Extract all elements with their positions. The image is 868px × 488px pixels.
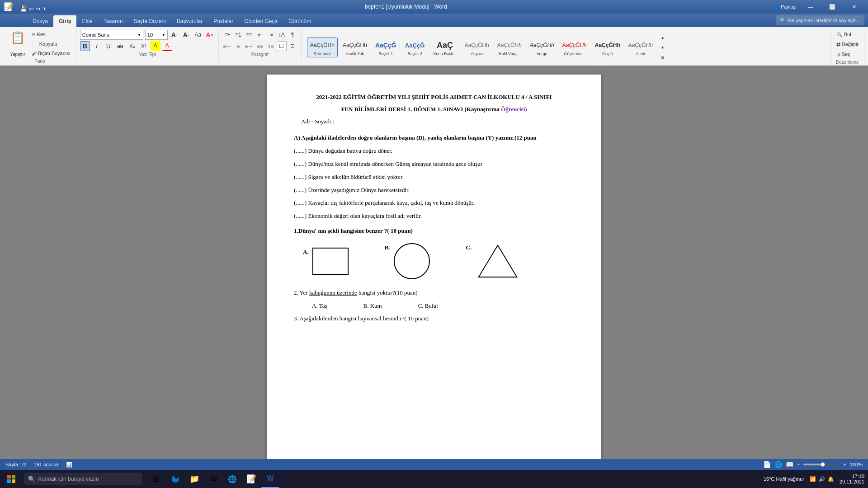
ribbon-tabs: Dosya Giriş Ekle Tasarım Sayfa Düzeni Ba… — [0, 14, 868, 27]
tab-postalar[interactable]: Postalar — [208, 15, 239, 27]
font-group: Comic Sans ▼ 10 ▼ A↑ A↓ Aa A✕ B I U ab X… — [76, 29, 219, 61]
close-button[interactable]: ✕ — [844, 0, 864, 14]
question-3: (......) Sigara ve alkolün öldürücü etki… — [294, 173, 574, 182]
style-baslik1[interactable]: AaÇçĞ Başlık 1 — [372, 38, 400, 57]
save-quick-btn[interactable]: 💾 — [20, 5, 27, 12]
section-a-text: A) Aşağıdaki ifadelerden doğru olanların… — [294, 134, 537, 141]
tab-sayfa-duzeni[interactable]: Sayfa Düzeni — [128, 15, 171, 27]
style-altyazi[interactable]: AaÇçĞHh Altyazı — [462, 38, 492, 57]
shrink-font-button[interactable]: A↓ — [181, 30, 191, 40]
style-guclu-vurgu[interactable]: AaÇçĞHh Güçlü Vur... — [559, 38, 590, 57]
network-icon[interactable]: 📶 — [810, 476, 816, 482]
tab-gorunum[interactable]: Görünüm — [283, 15, 316, 27]
bullets-button[interactable]: ≡• — [222, 30, 232, 40]
shading-button[interactable]: ☐ — [277, 41, 287, 51]
style-alinti[interactable]: AaÇçĞHh Alıntı — [625, 38, 656, 57]
notification-icon[interactable]: 🔔 — [828, 476, 834, 482]
style-hafif-vurgu[interactable]: AaÇçĞHh Hafif Vurg... — [494, 38, 525, 57]
word-count[interactable]: 191 sözcük — [33, 462, 59, 468]
justify-button[interactable]: ≡≡ — [255, 41, 265, 51]
align-center-button[interactable]: ≡ — [233, 41, 243, 51]
format-painter-button[interactable]: 🖌 Biçim Boyacısı — [30, 49, 72, 58]
underline-button[interactable]: U — [104, 41, 113, 51]
style-baslik2[interactable]: AaÇçĞ Başlık 2 — [401, 38, 429, 57]
font-name-selector[interactable]: Comic Sans ▼ — [80, 30, 143, 40]
tab-ekle[interactable]: Ekle — [76, 15, 98, 27]
line-spacing-button[interactable]: ↕≡ — [266, 41, 276, 51]
style-normal-preview: AaÇçĞHh — [310, 39, 335, 52]
chrome-icon[interactable]: 🌐 — [223, 470, 241, 488]
start-button[interactable] — [0, 470, 23, 488]
user-account[interactable]: 👤 Paylaş — [769, 0, 799, 14]
borders-button[interactable]: ⊡ — [288, 41, 297, 51]
style-guclu[interactable]: AaÇçĞHh Güçlü — [592, 38, 623, 57]
title-bar-left: 📝 💾 ↩ ↪ ▼ — [4, 2, 43, 12]
change-case-button[interactable]: Aa — [193, 30, 203, 40]
task-view-button[interactable]: ⊞ — [147, 470, 165, 488]
italic-button[interactable]: I — [92, 41, 102, 51]
tab-tasarim[interactable]: Tasarım — [98, 15, 128, 27]
style-baslik1-preview: AaÇçĞ — [375, 39, 396, 52]
tab-gozden-gecir[interactable]: Gözden Geçir — [239, 15, 283, 27]
undo-quick-btn[interactable]: ↩ — [29, 5, 34, 12]
document-title: bepfen1 [Uyumluluk Modu] - Word — [43, 4, 769, 10]
tab-giris[interactable]: Giriş — [53, 15, 76, 27]
taskbar-search[interactable]: 🔍 Aramak için buraya yazın — [24, 473, 142, 485]
view-read-icon[interactable]: 📖 — [786, 461, 793, 468]
paste-button[interactable]: 📋 Yapıştır — [7, 30, 28, 58]
bold-button[interactable]: B — [80, 41, 90, 51]
show-marks-button[interactable]: ¶ — [288, 30, 297, 40]
clear-formatting-button[interactable]: A✕ — [205, 30, 215, 40]
copy-button[interactable]: 📄 Kopyala — [30, 39, 72, 48]
cut-button[interactable]: ✂ Kes — [30, 30, 72, 39]
view-print-icon[interactable]: 📄 — [763, 461, 771, 468]
zoom-level: 100% — [850, 462, 863, 467]
edge-icon[interactable] — [166, 470, 184, 488]
zoom-out-button[interactable]: − — [797, 462, 800, 467]
volume-icon[interactable]: 🔊 — [819, 476, 825, 482]
minimize-button[interactable]: — — [800, 0, 821, 14]
maximize-button[interactable]: ⬜ — [822, 0, 843, 14]
styles-scroll-up[interactable]: ▲ — [658, 33, 668, 42]
page-indicator[interactable]: Sayfa 1/2 — [5, 462, 26, 468]
decrease-indent-button[interactable]: ⇤ — [255, 30, 265, 40]
word-taskbar-icon[interactable]: W — [261, 470, 279, 488]
select-button[interactable]: ⊡ Seç — [835, 50, 852, 59]
font-size-selector[interactable]: 10 ▼ — [145, 30, 168, 40]
style-normal[interactable]: AaÇçĞHh ¶ Normal — [307, 38, 338, 57]
subscript-button[interactable]: X₂ — [127, 41, 137, 51]
style-aralik-label: Aralık Yok — [346, 52, 364, 56]
styles-expand[interactable]: ⊡ — [658, 52, 668, 62]
replace-button[interactable]: ⇄ Değiştir — [835, 40, 860, 49]
file-explorer-icon[interactable]: 📁 — [185, 470, 203, 488]
superscript-button[interactable]: X² — [139, 41, 149, 51]
system-clock[interactable]: 17:10 29.11.2021 — [840, 474, 864, 484]
highlight-button[interactable]: A — [151, 41, 160, 51]
style-konu-basligi[interactable]: AaÇ Konu Başlı... — [430, 38, 460, 57]
sort-button[interactable]: ↕A — [277, 30, 287, 40]
styles-scroll-down[interactable]: ▼ — [658, 42, 668, 52]
customize-quick-access[interactable]: ▼ — [42, 6, 47, 11]
strikethrough-button[interactable]: ab — [115, 41, 125, 51]
style-normal-label: ¶ Normal — [314, 52, 330, 56]
font-color-button[interactable]: A — [162, 41, 172, 51]
grow-font-button[interactable]: A↑ — [170, 30, 179, 40]
view-web-icon[interactable]: 🌐 — [774, 461, 782, 468]
redo-quick-btn[interactable]: ↪ — [36, 5, 41, 12]
doc-subtitle-text: FEN BİLİMLERİ DERSİ 1. DÖNEM 1. SINAVI (… — [341, 106, 499, 113]
align-right-button[interactable]: ≡→ — [244, 41, 254, 51]
style-aralik-yok[interactable]: AaÇçĞHh Aralık Yok — [340, 38, 370, 57]
notepad-icon[interactable]: 📝 — [242, 470, 260, 488]
multilevel-button[interactable]: ≡≡ — [244, 30, 254, 40]
find-button[interactable]: 🔍 Bul — [835, 30, 853, 39]
zoom-slider[interactable] — [803, 464, 840, 465]
tab-dosya[interactable]: Dosya — [27, 15, 53, 27]
align-left-button[interactable]: ≡← — [222, 41, 232, 51]
numbering-button[interactable]: ≡1 — [233, 30, 243, 40]
style-vurgu[interactable]: AaÇçĞHh Vurgu — [527, 38, 557, 57]
mail-icon[interactable]: ✉ — [204, 470, 222, 488]
zoom-in-button[interactable]: + — [843, 462, 846, 467]
ribbon-search-input[interactable]: Ne yapmak istediğinizi söyleyin... — [788, 18, 861, 23]
tab-basvurular[interactable]: Başvurular — [171, 15, 208, 27]
increase-indent-button[interactable]: ⇥ — [266, 30, 276, 40]
